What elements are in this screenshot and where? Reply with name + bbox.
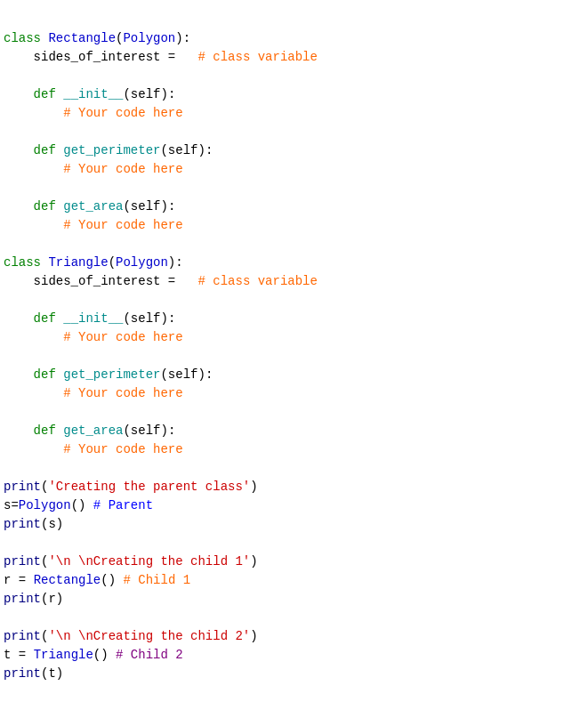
- line-27: print(s): [4, 517, 63, 531]
- line-30: r = Rectangle() # Child 1: [4, 573, 190, 587]
- line-7: def get_perimeter(self):: [4, 143, 213, 157]
- line-11: # Your code here: [4, 218, 183, 232]
- code-editor: class Rectangle(Polygon): sides_of_inter…: [4, 7, 584, 687]
- line-1: class Rectangle(Polygon):: [4, 31, 190, 45]
- line-29: print('\n \nCreating the child 1'): [4, 554, 258, 569]
- line-5: # Your code here: [4, 106, 183, 120]
- line-31: print(r): [4, 592, 63, 606]
- line-16: def __init__(self):: [4, 311, 175, 326]
- line-35: print(t): [4, 666, 63, 681]
- line-23: # Your code here: [4, 442, 183, 456]
- line-8: # Your code here: [4, 162, 183, 176]
- line-14: sides_of_interest = # class variable: [4, 274, 318, 288]
- line-34: t = Triangle() # Child 2: [4, 648, 183, 662]
- line-20: # Your code here: [4, 386, 183, 400]
- line-33: print('\n \nCreating the child 2'): [4, 629, 258, 643]
- line-13: class Triangle(Polygon):: [4, 255, 183, 270]
- line-22: def get_area(self):: [4, 424, 175, 438]
- line-10: def get_area(self):: [4, 199, 175, 214]
- line-4: def __init__(self):: [4, 87, 175, 101]
- line-25: print('Creating the parent class'): [4, 480, 258, 494]
- line-17: # Your code here: [4, 330, 183, 344]
- line-26: s=Polygon() # Parent: [4, 498, 153, 512]
- line-19: def get_perimeter(self):: [4, 367, 213, 382]
- line-2: sides_of_interest = # class variable: [4, 50, 318, 64]
